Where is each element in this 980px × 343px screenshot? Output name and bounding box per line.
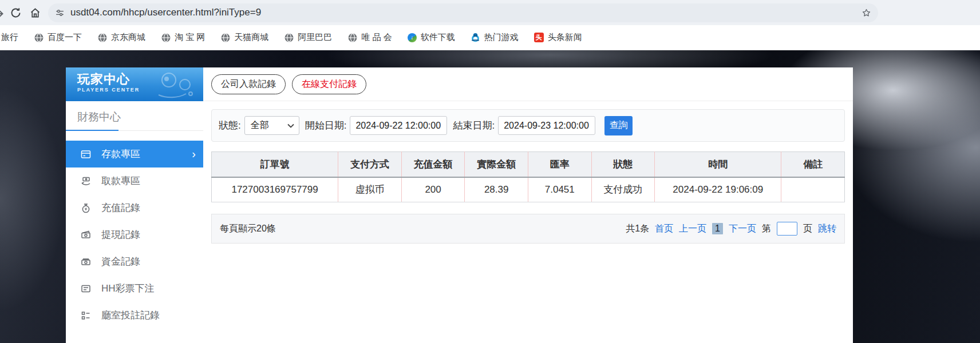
- pagination-bar: 每頁顯示20條 共1条 首页 上一页 1 下一页 第 页 跳转: [211, 214, 845, 244]
- content-body: 狀態: 全部 開始日期: 結束日期: 查詢: [203, 101, 853, 244]
- bookmark-item[interactable]: 阿里巴巴: [284, 32, 332, 43]
- sidebar-item-label: 取款專區: [101, 174, 140, 188]
- gamepad-decoration-icon: [153, 70, 200, 101]
- bookmarks-bar: 旅行 百度一下 京东商城 淘 宝 网 天猫商城 阿里巴巴 唯 品 会 ↓ 软件下: [0, 25, 980, 50]
- bookmark-label: 百度一下: [48, 32, 82, 43]
- table-row: 1727003169757799 虚拟币 200 28.39 7.0451 支付…: [212, 177, 845, 202]
- bookmark-item[interactable]: 旅行: [1, 32, 18, 43]
- cell-status: 支付成功: [591, 177, 655, 202]
- bookmark-item[interactable]: ↓ 软件下载: [408, 32, 455, 43]
- forward-icon[interactable]: [0, 6, 6, 19]
- filter-bar: 狀態: 全部 開始日期: 結束日期: 查詢: [211, 109, 845, 142]
- tab-online-payment-records[interactable]: 在線支付記錄: [292, 74, 366, 94]
- cell-order-number: 1727003169757799: [212, 177, 338, 202]
- tab-company-deposit-records[interactable]: 公司入款記錄: [211, 74, 286, 94]
- money-bag-icon: [80, 202, 92, 214]
- bookmark-item[interactable]: 京东商城: [97, 32, 145, 43]
- bookmark-label: 天猫商城: [234, 32, 268, 43]
- grid-list-icon: [80, 310, 92, 321]
- col-remark: 備註: [781, 152, 845, 177]
- ticket-list-icon: [80, 283, 92, 294]
- goto-page-input[interactable]: [777, 222, 797, 236]
- start-date-input[interactable]: [350, 116, 447, 135]
- col-payment-method: 支付方式: [338, 152, 402, 177]
- sidebar-item-label: 提現記錄: [101, 228, 140, 241]
- bookmark-label: 京东商城: [111, 32, 145, 43]
- chevron-right-icon: ›: [192, 147, 196, 160]
- globe-icon: [220, 33, 230, 42]
- url-bar[interactable]: usdt04.com/hhcp/usercenter.html?iniType=…: [48, 3, 878, 22]
- sidebar-item-recharge-records[interactable]: 充值記錄: [66, 194, 203, 221]
- bookmark-item[interactable]: 淘 宝 网: [161, 32, 205, 43]
- sidebar-item-hh-lottery-bets[interactable]: HH彩票下注: [66, 275, 203, 302]
- cell-remark: [781, 177, 845, 202]
- software-download-icon: ↓: [408, 33, 417, 42]
- col-exchange-rate: 匯率: [528, 152, 591, 177]
- records-table: 訂單號 支付方式 充值金額 實際金額 匯率 狀態 時間 備註: [211, 151, 845, 202]
- sidebar-section-finance: 財務中心: [66, 101, 203, 131]
- prev-page-link[interactable]: 上一页: [679, 223, 706, 235]
- screen: usdt04.com/hhcp/usercenter.html?iniType=…: [0, 0, 980, 343]
- chevron-down-icon: [287, 123, 294, 128]
- bookmark-label: 旅行: [1, 32, 18, 43]
- next-page-link[interactable]: 下一页: [729, 223, 756, 235]
- bookmark-label: 淘 宝 网: [175, 32, 205, 43]
- jump-link[interactable]: 跳转: [818, 223, 836, 235]
- globe-icon: [284, 33, 294, 42]
- col-status: 狀態: [591, 152, 655, 177]
- record-tabs: 公司入款記錄 在線支付記錄: [203, 67, 853, 101]
- sidebar-menu: 存款專區 › 取款專區 充值記錄 提現記錄: [66, 141, 203, 329]
- search-button[interactable]: 查詢: [604, 116, 633, 135]
- col-time: 時間: [655, 152, 781, 177]
- sidebar-item-label: 資金記錄: [101, 255, 140, 268]
- end-date-input[interactable]: [498, 116, 595, 135]
- total-count-text: 共1条: [626, 223, 649, 235]
- site-settings-icon[interactable]: [55, 8, 65, 18]
- globe-icon: [161, 33, 171, 42]
- sidebar-item-label: 廳室投註記錄: [101, 309, 160, 322]
- url-text[interactable]: usdt04.com/hhcp/usercenter.html?iniType=…: [70, 7, 862, 18]
- sidebar-item-withdraw-zone[interactable]: 取款專區: [66, 167, 203, 194]
- col-order-number: 訂單號: [212, 152, 338, 177]
- bookmark-star-icon[interactable]: [862, 8, 871, 18]
- sidebar-section-label: 財務中心: [77, 111, 121, 123]
- cell-actual-amount: 28.39: [465, 177, 528, 202]
- current-page-indicator: 1: [712, 223, 723, 234]
- deposit-icon: [80, 149, 92, 160]
- status-select[interactable]: 全部: [244, 116, 299, 135]
- cell-payment-method: 虚拟币: [338, 177, 402, 202]
- sidebar-item-deposit-zone[interactable]: 存款專區 ›: [66, 141, 203, 167]
- first-page-link[interactable]: 首页: [655, 223, 673, 235]
- globe-icon: [347, 33, 357, 42]
- player-center-card: 玩家中心 PLAYERS CENTER 財務中心 存款專區 ›: [66, 67, 853, 343]
- globe-icon: [34, 33, 44, 42]
- start-date-label: 開始日期:: [305, 119, 347, 132]
- players-center-header: 玩家中心 PLAYERS CENTER: [66, 67, 203, 101]
- page-background: 玩家中心 PLAYERS CENTER 財務中心 存款專區 ›: [0, 50, 980, 343]
- bookmark-label: 软件下载: [421, 32, 455, 43]
- bookmark-item[interactable]: 唯 品 会: [347, 32, 392, 43]
- sidebar-item-label: 存款專區: [101, 147, 140, 161]
- sidebar-item-withdrawal-records[interactable]: 提現記錄: [66, 221, 203, 248]
- bookmark-item[interactable]: 热门游戏: [471, 32, 519, 43]
- home-icon[interactable]: [25, 3, 45, 22]
- bookmark-item[interactable]: 头 头条新闻: [534, 32, 582, 43]
- sidebar-item-funds-records[interactable]: 資金記錄: [66, 248, 203, 275]
- sidebar-item-hall-bet-records[interactable]: 廳室投註記錄: [66, 302, 203, 329]
- status-select-value: 全部: [251, 119, 269, 131]
- sidebar: 玩家中心 PLAYERS CENTER 財務中心 存款專區 ›: [66, 67, 203, 343]
- goto-prefix-text: 第: [762, 223, 771, 235]
- banknote-icon: [80, 229, 92, 241]
- withdraw-icon: [80, 176, 92, 187]
- bookmark-item[interactable]: 天猫商城: [220, 32, 268, 43]
- page-size-text: 每頁顯示20條: [220, 223, 276, 235]
- bookmark-label: 阿里巴巴: [298, 32, 332, 43]
- table-header-row: 訂單號 支付方式 充值金額 實際金額 匯率 狀態 時間 備註: [212, 152, 845, 177]
- cash-stack-icon: [80, 256, 92, 268]
- browser-toolbar: usdt04.com/hhcp/usercenter.html?iniType=…: [0, 0, 980, 25]
- col-recharge-amount: 充值金額: [401, 152, 465, 177]
- cell-recharge-amount: 200: [401, 177, 465, 202]
- refresh-icon[interactable]: [6, 3, 25, 22]
- sidebar-item-label: HH彩票下注: [101, 282, 155, 295]
- bookmark-item[interactable]: 百度一下: [34, 32, 82, 43]
